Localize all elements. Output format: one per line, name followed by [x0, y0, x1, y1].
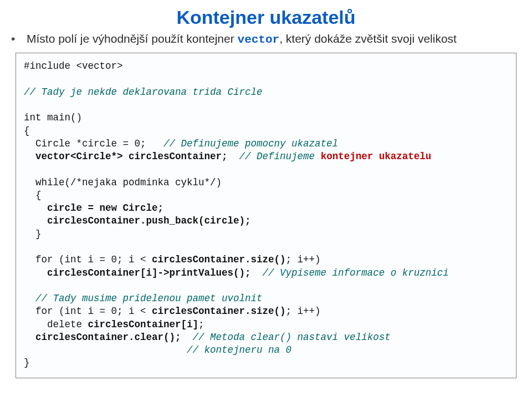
code-comment: // Definujeme: [239, 151, 321, 162]
code-line: [24, 215, 47, 226]
slide: Kontejner ukazatelů •Místo polí je výhod…: [0, 0, 532, 411]
code-line: [24, 202, 47, 214]
code-line: #include <vector>: [24, 60, 123, 72]
code-line: while(/*nejaka podminka cyklu*/): [24, 177, 222, 188]
bullet-icon: •: [19, 32, 27, 46]
code-line: {: [24, 125, 30, 136]
code-comment: // Definujeme pomocny ukazatel: [163, 138, 338, 149]
code-bold: circle = new Circle;: [47, 202, 163, 214]
code-bold: circlesContainer.size(): [152, 254, 286, 265]
code-comment: // kontejneru na 0: [187, 344, 291, 356]
code-comment: // Tady musime pridelenou pamet uvolnit: [24, 293, 263, 304]
code-bold: vector<Circle*> circlesContainer;: [35, 151, 228, 162]
code-line: [228, 151, 239, 162]
code-bold: circlesContainer.size(): [152, 306, 286, 317]
code-comment: // Vypiseme informace o kruznici: [263, 267, 449, 278]
code-line: {: [24, 190, 42, 201]
code-line: [24, 267, 47, 278]
code-line: [24, 332, 35, 343]
code-bold: circlesContainer.clear();: [35, 332, 181, 343]
intro-paragraph: •Místo polí je výhodnější použít kontejn…: [16, 32, 516, 47]
code-line: [24, 344, 187, 356]
code-line: ;: [198, 319, 204, 330]
code-block: #include <vector> // Tady je nekde dekla…: [16, 53, 516, 378]
code-bold: circlesContainer[i]->printValues();: [47, 267, 251, 278]
code-line: for (int i = 0; i <: [24, 306, 152, 317]
code-bold: circlesContainer[i]: [88, 319, 199, 330]
code-line: Circle *circle = 0;: [24, 138, 163, 149]
code-line: [24, 151, 35, 162]
code-line: }: [24, 229, 42, 240]
code-line: int main(): [24, 112, 82, 123]
code-line: ; i++): [286, 254, 321, 265]
code-line: for (int i = 0; i <: [24, 254, 152, 265]
slide-title: Kontejner ukazatelů: [16, 7, 516, 28]
intro-code-keyword: vector: [238, 33, 280, 46]
code-comment: // Tady je nekde deklarovana trida Circl…: [24, 87, 263, 98]
code-line: delete: [24, 319, 88, 330]
code-line: [251, 267, 263, 278]
code-line: }: [24, 357, 30, 368]
code-comment: // Metoda clear() nastavi velikost: [193, 332, 391, 343]
code-highlight: kontejner ukazatelu: [321, 151, 432, 162]
code-line: [181, 332, 193, 343]
code-bold: circlesContainer.push_back(circle);: [47, 215, 251, 226]
intro-text-post: , který dokáže zvětšit svoji velikost: [279, 32, 457, 45]
code-line: ; i++): [286, 306, 321, 317]
intro-text-pre: Místo polí je výhodnější použít kontejne…: [27, 32, 238, 45]
